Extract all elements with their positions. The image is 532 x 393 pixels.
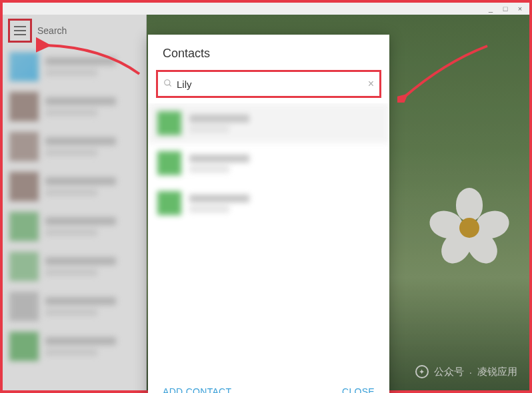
modal-title: Contacts bbox=[148, 35, 389, 70]
watermark: ✦ 公众号 · 凌锐应用 bbox=[415, 365, 517, 378]
add-contact-button[interactable]: ADD CONTACT bbox=[163, 386, 231, 393]
contact-result-item[interactable] bbox=[148, 103, 389, 143]
avatar bbox=[157, 151, 181, 175]
close-window-button[interactable]: × bbox=[513, 3, 527, 14]
clear-search-button[interactable]: × bbox=[368, 78, 374, 90]
hamburger-icon bbox=[14, 26, 26, 35]
menu-button[interactable] bbox=[8, 19, 32, 43]
chat-list-item[interactable] bbox=[3, 167, 146, 206]
chat-list-item[interactable] bbox=[3, 286, 146, 326]
contacts-results bbox=[148, 103, 389, 376]
contact-result-item[interactable] bbox=[148, 183, 389, 223]
background-flower bbox=[429, 188, 509, 268]
sidebar-search-input[interactable] bbox=[37, 25, 141, 36]
chat-list-item[interactable] bbox=[3, 127, 146, 167]
wechat-icon: ✦ bbox=[415, 365, 429, 378]
avatar bbox=[157, 111, 181, 135]
chat-list-item[interactable] bbox=[3, 246, 146, 286]
search-icon bbox=[163, 79, 173, 90]
contact-result-item[interactable] bbox=[148, 143, 389, 183]
chat-list-item[interactable] bbox=[3, 206, 146, 246]
avatar bbox=[157, 191, 181, 215]
close-modal-button[interactable]: CLOSE bbox=[342, 386, 375, 393]
sidebar bbox=[3, 15, 147, 390]
chat-list-item[interactable] bbox=[3, 326, 146, 366]
chat-list-item[interactable] bbox=[3, 87, 146, 127]
chat-list bbox=[3, 47, 146, 366]
contacts-modal: Contacts × ADD CONTACT CLOSE bbox=[148, 35, 389, 393]
svg-point-0 bbox=[165, 79, 170, 85]
minimize-button[interactable]: _ bbox=[484, 3, 497, 14]
maximize-button[interactable]: □ bbox=[499, 3, 512, 14]
chat-list-item[interactable] bbox=[3, 47, 146, 87]
window-titlebar: _ □ × bbox=[0, 0, 532, 15]
contacts-search-input[interactable] bbox=[177, 79, 364, 90]
svg-line-1 bbox=[169, 84, 171, 86]
contacts-search-row: × bbox=[156, 70, 381, 98]
